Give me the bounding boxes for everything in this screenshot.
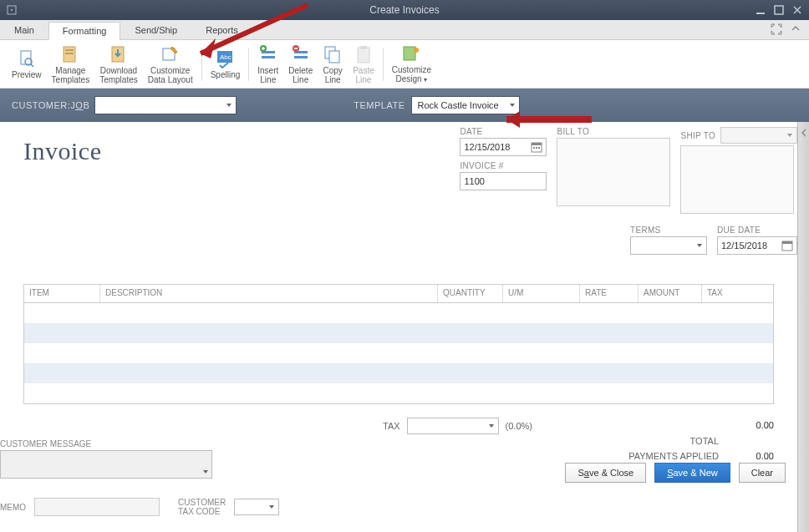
clear-button[interactable]: Clear [739,463,786,483]
tax-item-select[interactable] [407,418,499,434]
delete-line-icon [291,44,311,64]
due-date-input[interactable]: 12/15/2018 [717,236,797,255]
preview-icon [17,48,37,68]
minimize-icon[interactable] [756,5,766,15]
tab-reports[interactable]: Reports [191,21,252,39]
svg-rect-23 [360,46,367,49]
svg-rect-18 [294,56,308,58]
col-tax: TAX [701,285,751,302]
calendar-icon[interactable] [781,240,793,251]
svg-point-1 [11,9,13,11]
svg-rect-29 [536,147,537,149]
table-row[interactable] [24,343,773,363]
table-row[interactable] [24,323,773,343]
delete-line-button[interactable]: Delete Line [283,43,318,86]
due-date-label: DUE DATE [717,225,797,235]
svg-rect-9 [65,53,74,54]
window-title: Create Invoices [369,4,439,16]
table-row[interactable] [24,303,773,323]
tax-label: TAX [383,421,400,431]
paste-line-icon [354,44,374,64]
memo-label: MEMO [0,503,26,512]
invoice-number-input[interactable] [460,172,547,190]
svg-rect-32 [782,241,792,244]
save-close-button[interactable]: Save & Close [565,463,646,483]
template-select[interactable]: Rock Castle Invoice [411,96,520,114]
preview-button[interactable]: Preview [7,47,47,81]
manage-templates-button[interactable]: Manage Templates [47,43,95,86]
expand-icon[interactable] [771,23,782,35]
date-label: DATE [460,127,547,136]
maximize-icon[interactable] [774,5,784,15]
customer-template-bar: CUSTOMER:JOB TEMPLATE Rock Castle Invoic… [0,89,809,122]
customize-design-button[interactable]: Customize Design ▾ [387,42,436,86]
col-description: DESCRIPTION [99,285,437,302]
ship-to-address[interactable] [680,145,794,214]
col-um: U/M [502,285,579,302]
customer-message-select[interactable] [0,450,212,479]
date-input[interactable]: 12/15/2018 [460,138,547,156]
table-row[interactable] [24,363,773,383]
collapse-ribbon-icon[interactable] [791,23,801,33]
tab-main[interactable]: Main [0,21,48,39]
col-quantity: QUANTITY [437,285,502,302]
paste-line-button: Paste Line [348,43,379,86]
download-templates-icon [109,44,129,64]
manage-templates-icon [60,44,80,64]
copy-line-icon [323,44,343,64]
customize-layout-icon [160,44,181,64]
svg-rect-2 [756,13,765,14]
chevron-down-icon [202,469,209,475]
ribbon-tabs: Main Formatting Send/Ship Reports [0,20,809,40]
download-templates-button[interactable]: Download Templates [94,43,143,86]
col-amount: AMOUNT [638,285,701,302]
svg-point-25 [414,48,419,53]
bill-to-address[interactable] [557,138,670,206]
table-body[interactable] [24,303,773,403]
customize-data-layout-button[interactable]: Customize Data Layout [143,43,198,86]
table-header: ITEM DESCRIPTION QUANTITY U/M RATE AMOUN… [24,285,773,303]
close-icon[interactable] [792,5,802,15]
customer-message-label: CUSTOMER MESSAGE [0,439,212,448]
terms-select[interactable] [630,236,707,255]
bill-to-label: BILL TO [557,127,670,136]
spelling-icon: Abc [215,48,235,68]
chevron-down-icon [268,504,275,510]
tax-amount: 0.00 [753,418,774,433]
customer-job-label: CUSTOMER:JOB [12,100,89,110]
svg-rect-21 [329,51,339,63]
tab-sendship[interactable]: Send/Ship [120,21,191,39]
svg-rect-15 [262,56,275,58]
ship-to-select[interactable] [720,127,797,144]
col-rate: RATE [579,285,638,302]
titlebar: Create Invoices [0,0,809,20]
svg-rect-30 [538,147,540,149]
formatting-toolbar: Preview Manage Templates Download Templa… [0,40,809,89]
terms-label: TERMS [630,225,707,235]
spelling-button[interactable]: Abc Spelling [206,47,246,81]
copy-line-button[interactable]: Copy Line [318,43,348,86]
invoice-form: Invoice DATE 12/15/2018 INVOICE # BILL T… [0,122,809,478]
customer-tax-code-select[interactable] [234,499,279,515]
chevron-down-icon [696,242,703,249]
line-items-table: ITEM DESCRIPTION QUANTITY U/M RATE AMOUN… [23,284,774,404]
table-row[interactable] [24,383,773,403]
svg-rect-8 [65,49,74,51]
customer-job-select[interactable] [94,96,237,114]
svg-rect-27 [532,143,542,145]
tax-percent: (0.0%) [506,421,532,431]
customize-design-icon [401,43,421,63]
save-new-button[interactable]: Save & New [654,463,730,483]
window-menu-icon[interactable] [7,5,17,15]
insert-line-icon [258,44,278,64]
svg-line-6 [31,64,33,67]
customer-tax-code-label: CUSTOMER TAX CODE [178,498,226,516]
svg-rect-28 [533,147,535,149]
svg-rect-3 [775,6,783,14]
memo-input[interactable] [34,498,160,516]
chevron-down-icon [226,102,232,109]
calendar-icon[interactable] [531,141,542,153]
insert-line-button[interactable]: Insert Line [252,43,283,86]
chevron-down-icon [786,132,793,139]
tab-formatting[interactable]: Formatting [48,22,121,40]
